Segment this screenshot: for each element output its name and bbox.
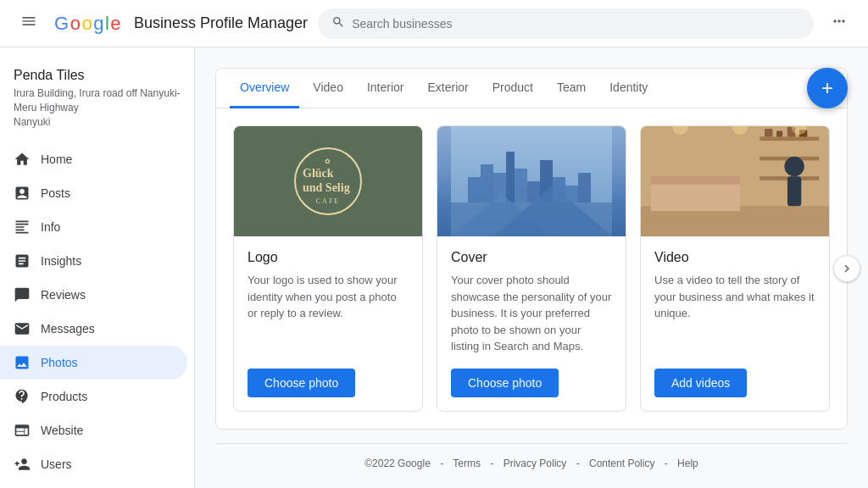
logo-card-title: Logo [248, 250, 409, 265]
search-bar [318, 8, 814, 39]
search-icon [331, 15, 345, 32]
sidebar-item-info[interactable]: Info [0, 210, 187, 244]
logo-card: ✿ Glück und Selig CAFE Logo Your logo is… [233, 125, 423, 412]
add-icon: + [821, 76, 833, 100]
svg-rect-17 [651, 176, 740, 184]
business-info: Penda Tiles Irura Building, Irura road o… [0, 61, 194, 142]
cover-image [437, 126, 626, 236]
sidebar-item-users[interactable]: Users [0, 447, 187, 481]
nav-label-users: Users [41, 458, 72, 471]
choose-photo-logo-button[interactable]: Choose photo [248, 369, 355, 397]
svg-marker-1 [468, 177, 481, 202]
photos-panel: Overview Video Interior Exterior Product… [215, 68, 848, 430]
video-card-content: Video Use a video to tell the story of y… [641, 236, 829, 411]
svg-rect-16 [651, 181, 740, 211]
sidebar-footer: Create an ad [0, 481, 194, 488]
users-icon [14, 456, 31, 473]
cards-wrapper: ✿ Glück und Selig CAFE Logo Your logo is… [216, 108, 847, 429]
app-header: Google Business Profile Manager [0, 0, 868, 47]
logo-tagline: ✿ [325, 158, 331, 165]
business-address: Irura Building, Irura road off Nanyuki-M… [14, 86, 181, 129]
nav-label-messages: Messages [41, 322, 95, 336]
main-content: Overview Video Interior Exterior Product… [195, 47, 868, 488]
sidebar-item-photos[interactable]: Photos [0, 346, 187, 380]
cover-card-title: Cover [451, 250, 612, 265]
sidebar-item-posts[interactable]: Posts [0, 176, 187, 210]
svg-rect-18 [760, 136, 819, 141]
nav-label-products: Products [41, 390, 87, 403]
sidebar-item-home[interactable]: Home [0, 142, 187, 176]
copyright: ©2022 Google [364, 458, 431, 469]
svg-rect-26 [787, 176, 801, 206]
tab-identity[interactable]: Identity [599, 69, 658, 108]
cover-card-desc: Your cover photo should showcase the per… [451, 272, 612, 355]
video-image [641, 126, 829, 236]
nav-label-reviews: Reviews [41, 288, 86, 302]
posts-icon [14, 185, 31, 202]
tabs-bar: Overview Video Interior Exterior Product… [216, 69, 847, 108]
footer-privacy[interactable]: Privacy Policy [504, 458, 567, 469]
nav-label-home: Home [41, 152, 72, 166]
footer-help[interactable]: Help [677, 458, 698, 469]
svg-rect-13 [451, 202, 612, 236]
apps-icon[interactable] [824, 6, 854, 41]
tab-overview[interactable]: Overview [230, 69, 299, 108]
insights-icon [14, 252, 31, 269]
app-layout: Penda Tiles Irura Building, Irura road o… [0, 47, 868, 488]
choose-photo-cover-button[interactable]: Choose photo [451, 369, 559, 397]
tab-product[interactable]: Product [482, 69, 543, 108]
svg-rect-21 [765, 129, 772, 136]
video-card: Video Use a video to tell the story of y… [640, 125, 830, 412]
logo-card-content: Logo Your logo is used to show your iden… [234, 236, 422, 411]
nav-label-insights: Insights [41, 254, 81, 268]
nav-label-website: Website [41, 424, 83, 437]
photos-icon [14, 354, 31, 371]
sidebar-nav: Home Posts Info Insights [0, 142, 194, 481]
add-videos-button[interactable]: Add videos [654, 369, 747, 397]
footer-content-policy[interactable]: Content Policy [589, 458, 654, 469]
svg-marker-4 [506, 152, 515, 202]
business-name: Penda Tiles [14, 68, 181, 83]
logo-name-1: Glück und Selig [303, 167, 353, 196]
reviews-icon [14, 286, 31, 303]
logo-circle: ✿ Glück und Selig CAFE [294, 147, 362, 215]
nav-label-info: Info [41, 220, 60, 234]
tab-team[interactable]: Team [547, 69, 596, 108]
nav-label-posts: Posts [41, 186, 70, 200]
svg-rect-22 [776, 130, 782, 136]
sidebar-item-insights[interactable]: Insights [0, 244, 187, 278]
footer-terms[interactable]: Terms [453, 458, 481, 469]
logo-card-desc: Your logo is used to show your identity … [248, 272, 409, 355]
google-logo: Google [54, 13, 120, 35]
sidebar-item-reviews[interactable]: Reviews [0, 278, 187, 312]
cover-card: Cover Your cover photo should showcase t… [437, 125, 626, 412]
logo-image: ✿ Glück und Selig CAFE [234, 126, 422, 236]
tab-video[interactable]: Video [303, 69, 353, 108]
nav-label-photos: Photos [41, 356, 78, 369]
search-input[interactable] [352, 17, 800, 30]
carousel-next-button[interactable] [833, 255, 860, 282]
logo-name-2: CAFE [316, 197, 340, 205]
video-card-desc: Use a video to tell the story of your bu… [654, 272, 815, 355]
svg-marker-10 [578, 173, 591, 202]
sidebar-item-messages[interactable]: Messages [0, 312, 187, 346]
add-fab[interactable]: + [807, 68, 848, 108]
messages-icon [14, 320, 31, 337]
sidebar-item-products[interactable]: Products [0, 380, 187, 413]
products-icon [14, 388, 31, 405]
website-icon [14, 422, 31, 439]
svg-marker-5 [515, 169, 527, 202]
home-icon [14, 151, 31, 168]
cover-card-content: Cover Your cover photo should showcase t… [437, 236, 626, 411]
svg-marker-2 [481, 164, 493, 202]
page-footer: ©2022 Google - Terms - Privacy Policy - … [215, 443, 848, 483]
tab-interior[interactable]: Interior [357, 69, 415, 108]
video-card-title: Video [654, 250, 815, 265]
info-icon [14, 219, 31, 236]
sidebar-item-website[interactable]: Website [0, 413, 187, 447]
app-title: Business Profile Manager [134, 14, 308, 32]
svg-point-25 [784, 157, 804, 176]
tab-exterior[interactable]: Exterior [418, 69, 479, 108]
menu-icon[interactable] [14, 6, 44, 41]
sidebar: Penda Tiles Irura Building, Irura road o… [0, 47, 195, 488]
